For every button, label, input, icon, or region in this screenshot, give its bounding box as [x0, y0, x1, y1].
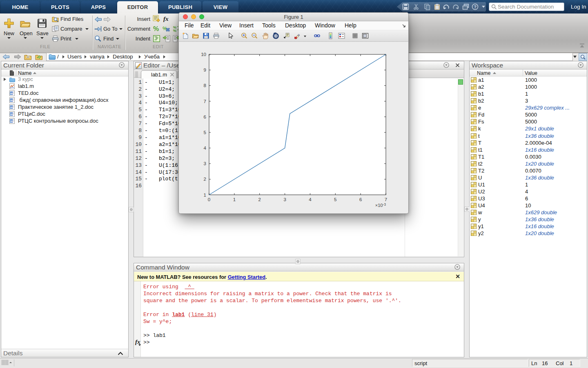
svg-text:7: 7	[204, 99, 206, 104]
svg-text:4: 4	[204, 146, 207, 150]
svg-text:1: 1	[204, 193, 206, 197]
svg-text:0: 0	[208, 197, 210, 202]
svg-text:5: 5	[204, 130, 206, 135]
svg-text:W: W	[10, 92, 13, 95]
svg-text:1: 1	[233, 197, 236, 202]
svg-text:3: 3	[204, 161, 206, 166]
svg-text:2: 2	[258, 197, 261, 202]
svg-text:5: 5	[334, 197, 336, 202]
svg-text:9: 9	[204, 67, 206, 72]
svg-text:%: %	[173, 29, 176, 33]
svg-text:W: W	[10, 99, 13, 102]
svg-text:W: W	[10, 120, 13, 123]
svg-text:6: 6	[204, 114, 206, 119]
svg-text:2: 2	[204, 177, 206, 182]
svg-text:fx: fx	[163, 16, 169, 22]
svg-text:W: W	[10, 113, 13, 116]
svg-text:W: W	[10, 106, 13, 109]
svg-text:3: 3	[283, 197, 286, 202]
svg-text:8: 8	[204, 83, 206, 88]
svg-text:4: 4	[309, 197, 312, 202]
svg-text:%: %	[153, 25, 159, 32]
svg-text:7: 7	[385, 197, 387, 202]
svg-text:6: 6	[359, 197, 362, 202]
svg-text:10: 10	[201, 52, 206, 57]
svg-text:×10-3: ×10-3	[375, 202, 386, 208]
